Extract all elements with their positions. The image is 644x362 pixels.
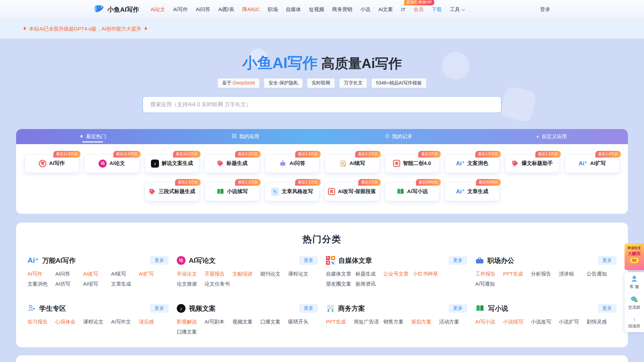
category-link[interactable]: 开题报告 xyxy=(205,271,228,277)
nav-item-short-video[interactable]: 短视频 xyxy=(309,6,324,13)
category-link[interactable]: 新闻资讯 xyxy=(356,281,379,287)
category-link[interactable]: AI改写 xyxy=(83,271,107,277)
category-link[interactable]: 吸睛开头 xyxy=(288,319,312,325)
category-link[interactable]: 小说扩写 xyxy=(559,319,582,325)
category-link[interactable]: 小红书种草 xyxy=(413,271,438,277)
category-link[interactable]: 文献综述 xyxy=(232,271,256,277)
back-to-top-button[interactable]: ↑ 回顶部 xyxy=(625,314,644,332)
category-link[interactable]: 影视解说 xyxy=(177,319,200,325)
category-link[interactable]: 课程论文 xyxy=(83,319,107,325)
category-link[interactable]: AI扩写 xyxy=(139,271,162,277)
category-link[interactable]: 论文任务书 xyxy=(205,281,230,287)
category-link[interactable]: 小说改写 xyxy=(531,319,554,325)
category-link[interactable]: 活动方案 xyxy=(439,319,463,325)
app-card-style-rewrite[interactable]: 最近1.1万次 ✎ 文章风格改写 xyxy=(265,182,320,201)
nav-item-novel[interactable]: 小说 xyxy=(360,6,370,13)
app-card-ai-continue[interactable]: 最近2.2万次 AI续写 xyxy=(325,154,380,173)
tab-my-apps[interactable]: 我的应用 xyxy=(169,129,322,144)
more-button[interactable]: 更多 xyxy=(150,256,169,265)
app-card-novel-continue[interactable]: 最近1.1万次 小说续写 xyxy=(205,182,260,201)
app-card-smart-recreate[interactable]: 最近2万次 改 智能二创4.0 xyxy=(385,154,440,173)
nav-item-tools[interactable]: 工具 xyxy=(450,6,464,13)
app-card-title-gen[interactable]: 最近3.2万次 标题生成 xyxy=(205,154,260,173)
nav-item-ai-paper[interactable]: Ai论文 xyxy=(151,6,165,13)
category-link[interactable]: 公告通知 xyxy=(587,271,610,277)
more-button[interactable]: 更多 xyxy=(448,256,467,265)
category-link[interactable]: 演讲稿 xyxy=(559,271,582,277)
app-card-hot-title[interactable]: 最近1.5万次 爆文标题助手 xyxy=(505,154,560,173)
login-button[interactable]: 登录 xyxy=(540,6,550,13)
nav-item-download[interactable]: 下载 xyxy=(432,6,442,13)
more-button[interactable]: 更多 xyxy=(299,256,318,265)
category-link[interactable]: 朋友圈文案 xyxy=(326,281,351,287)
category-link[interactable]: 工作报告 xyxy=(475,271,499,277)
search-input[interactable] xyxy=(143,96,501,113)
category-link[interactable]: AI写小说 xyxy=(475,319,499,325)
category-link[interactable]: AI写作 xyxy=(28,271,51,277)
category-link[interactable]: 视频文案 xyxy=(232,319,256,325)
promo-banner[interactable]: 毕业论文 大酬宾 98 xyxy=(625,243,644,270)
nav-item-reduce-aigc[interactable]: 降AIGC xyxy=(243,6,260,13)
category-link[interactable]: 文案润色 xyxy=(28,281,51,287)
app-card-three-part-title[interactable]: 最近1.3万次 三段式标题生成 xyxy=(145,182,200,201)
more-button[interactable]: 更多 xyxy=(150,304,169,313)
nav-item-ai-writing[interactable]: Ai写作 xyxy=(173,6,187,13)
app-card-ai-novel[interactable]: 最近9903次 Ai写小说 xyxy=(385,182,440,201)
category-link[interactable]: 销售方案 xyxy=(383,319,407,325)
app-card-ai-paper[interactable]: 最近11.6万次 论 Ai论文 xyxy=(85,154,140,173)
chat-group-button[interactable]: 交流群 xyxy=(625,293,644,314)
nav-item-it[interactable]: IT xyxy=(401,7,406,12)
category-link[interactable]: 标题生成 xyxy=(356,271,379,277)
customer-service-button[interactable]: 客 服 xyxy=(625,272,644,293)
nav-item-vip[interactable]: 庆国庆·终身VIP 会员 xyxy=(414,6,424,13)
category-link[interactable]: 读后感 xyxy=(139,319,162,325)
app-card-ai-expand[interactable]: 最近1.4万次 Ai⁺ AI扩写 xyxy=(565,154,620,173)
more-button[interactable]: 更多 xyxy=(598,304,616,313)
category-link[interactable]: Ai写通知 xyxy=(475,281,499,287)
category-link[interactable]: 公众号文章 xyxy=(383,271,409,277)
category-link[interactable]: 分析报告 xyxy=(531,271,554,277)
category-link[interactable]: 剧情灵感 xyxy=(587,319,610,325)
tab-my-history[interactable]: 我的记录 xyxy=(322,129,475,144)
nav-item-ai-qa[interactable]: Ai问答 xyxy=(196,6,210,13)
category-link[interactable]: AI写剧本 xyxy=(205,319,228,325)
category-link[interactable]: AI缩写 xyxy=(83,281,107,287)
app-card-article-gen[interactable]: 最近9208次 Ai⁺ 文章生成 xyxy=(445,182,500,201)
more-button[interactable]: 更多 xyxy=(299,304,318,313)
nav-item-marketing[interactable]: 商务营销 xyxy=(332,6,352,13)
app-card-rewrite-keep-paragraph[interactable]: 最近1万次 改 AI改写-保留段落 xyxy=(325,182,380,201)
nav-item-ai-chart[interactable]: Ai图/表 xyxy=(218,6,234,13)
app-card-ai-qa[interactable]: 最近2.4万次 Ai问答 xyxy=(265,154,320,173)
nav-item-career[interactable]: 职场 xyxy=(268,6,278,13)
app-card-polish[interactable]: 最近1.5万次 Ai⁺ 文案润色 xyxy=(445,154,500,173)
category-link[interactable]: PPT生成 xyxy=(326,319,350,325)
app-card-video-script[interactable]: 最近16.2万次 ♪ 解说文案生成 xyxy=(145,154,200,173)
nav-item-self-media[interactable]: 自媒体 xyxy=(286,6,301,13)
app-card-ai-writing[interactable]: 最近11.6万次 智 AI写作 xyxy=(24,154,79,173)
category-link[interactable]: AI续写 xyxy=(111,271,135,277)
more-button[interactable]: 更多 xyxy=(598,256,616,265)
nav-item-ai-copy[interactable]: Ai文案 xyxy=(378,6,393,13)
category-link[interactable]: 口播文案 xyxy=(260,319,284,325)
category-link[interactable]: 期刊论文 xyxy=(260,271,284,277)
category-link[interactable]: 论文致谢 xyxy=(177,281,200,287)
site-logo[interactable]: 小鱼AI写作 xyxy=(94,4,139,15)
category-link[interactable]: 简短广告语 xyxy=(354,319,379,325)
category-link[interactable]: PPT生成 xyxy=(503,271,527,277)
category-link[interactable]: 心得体会 xyxy=(55,319,79,325)
category-link[interactable]: 口播文案 xyxy=(177,329,200,335)
category-link[interactable]: 策划方案 xyxy=(411,319,435,325)
category-link[interactable]: 自媒体文章 xyxy=(326,271,351,277)
tab-custom-app[interactable]: + 自定义应用 xyxy=(475,129,628,144)
category-link[interactable]: AI写作文 xyxy=(111,319,135,325)
category-link[interactable]: 文章生成 xyxy=(111,281,135,287)
category-link[interactable]: 小说续写 xyxy=(503,319,527,325)
category-link[interactable]: AI问答 xyxy=(55,271,79,277)
category-link[interactable]: 毕业论文 xyxy=(177,271,200,277)
tab-recent-hot[interactable]: 最近热门 xyxy=(16,129,169,144)
category-link[interactable]: 课程论文 xyxy=(288,271,312,277)
category-link[interactable]: AI仿写 xyxy=(55,281,79,287)
more-button[interactable]: 更多 xyxy=(448,304,467,313)
tag-longtext: 万字长文 xyxy=(339,78,367,88)
category-link[interactable]: 实习报告 xyxy=(28,319,51,325)
